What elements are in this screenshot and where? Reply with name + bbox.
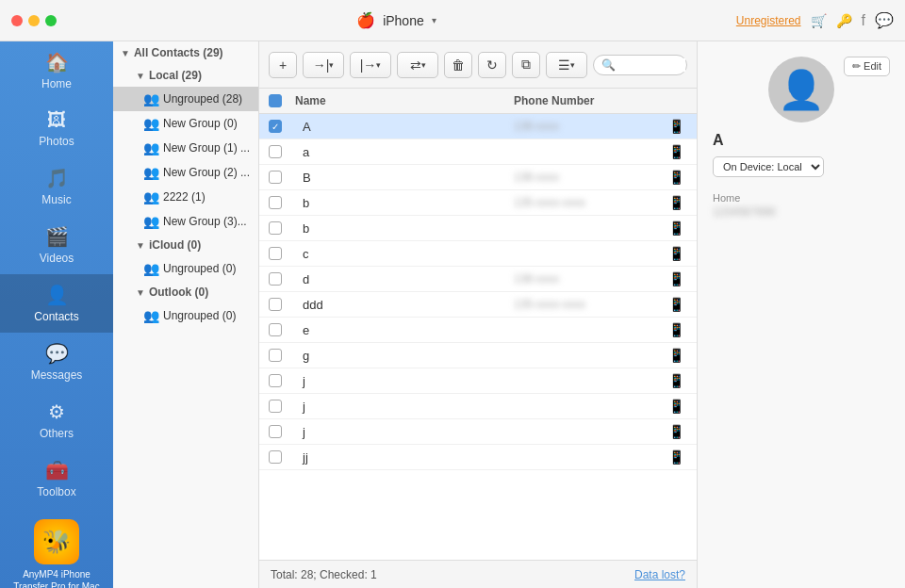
group-icon-1: 👥 — [143, 140, 159, 155]
row-checkbox[interactable] — [269, 196, 295, 209]
tree-icloud[interactable]: ▼ iCloud (0) — [113, 234, 258, 256]
table-row[interactable]: d138-xxxx📱 — [259, 267, 697, 292]
checkbox[interactable] — [269, 425, 282, 438]
copy-icon: ⧉ — [521, 57, 531, 73]
checkbox[interactable] — [269, 272, 282, 286]
device-select[interactable]: On Device: Local — [713, 156, 824, 177]
checkbox[interactable] — [269, 171, 282, 184]
tree-group-2222[interactable]: 👥 2222 (1) — [113, 185, 258, 209]
row-name: jj — [295, 450, 514, 465]
tree-new-group-3[interactable]: 👥 New Group (3)... — [113, 209, 258, 234]
minimize-button[interactable] — [28, 15, 40, 26]
tree-new-group[interactable]: 👥 New Group (0) — [113, 111, 258, 136]
tree-all-contacts[interactable]: ▼ All Contacts (29) — [113, 41, 258, 64]
export-button[interactable]: |→ ▾ — [350, 52, 391, 78]
row-checkbox[interactable] — [269, 171, 295, 184]
cart-icon[interactable]: 🛒 — [811, 13, 827, 28]
tree-new-group-1[interactable]: 👥 New Group (1) ... — [113, 136, 258, 160]
chat-icon[interactable]: 💬 — [875, 11, 894, 29]
checkbox[interactable] — [269, 298, 282, 311]
home-icon: 🏠 — [45, 51, 69, 74]
tree-new-group-2[interactable]: 👥 New Group (2) ... — [113, 160, 258, 185]
add-button[interactable]: + — [269, 52, 297, 78]
table-row[interactable]: g📱 — [259, 343, 697, 368]
table-row[interactable]: j📱 — [259, 419, 697, 445]
transfer-button[interactable]: ⇄ ▾ — [397, 52, 438, 78]
data-lost-link[interactable]: Data lost? — [634, 568, 685, 581]
checkbox[interactable] — [269, 450, 282, 464]
row-checkbox[interactable] — [269, 247, 295, 260]
checkbox[interactable] — [269, 196, 282, 209]
tree-new-group-1-label: New Group (1) ... — [163, 141, 250, 155]
checkbox[interactable] — [269, 323, 282, 336]
table-row[interactable]: b135-xxxx-xxxx📱 — [259, 190, 697, 216]
checkbox[interactable] — [269, 374, 282, 387]
table-row[interactable]: b📱 — [259, 216, 697, 241]
unregistered-link[interactable]: Unregistered — [736, 14, 801, 27]
sidebar-item-photos[interactable]: 🖼 Photos — [0, 100, 113, 157]
sidebar-item-home[interactable]: 🏠 Home — [0, 41, 113, 100]
sidebar: 🏠 Home 🖼 Photos 🎵 Music 🎬 Videos 👤 Conta… — [0, 41, 113, 588]
row-checkbox[interactable] — [269, 323, 295, 336]
row-checkbox[interactable] — [269, 349, 295, 362]
row-checkbox[interactable] — [269, 221, 295, 235]
refresh-button[interactable]: ↻ — [478, 52, 506, 78]
apple-icon: 🍎 — [356, 11, 375, 29]
table-row[interactable]: jj📱 — [259, 445, 697, 470]
header-checkbox[interactable] — [269, 94, 295, 107]
row-checkbox[interactable] — [269, 298, 295, 311]
sidebar-item-music[interactable]: 🎵 Music — [0, 157, 113, 216]
table-row[interactable]: B138-xxxx📱 — [259, 165, 697, 190]
table-row[interactable]: c📱 — [259, 241, 697, 267]
table-row[interactable]: j📱 — [259, 368, 697, 394]
sidebar-item-messages[interactable]: 💬 Messages — [0, 333, 113, 391]
copy-button[interactable]: ⧉ — [512, 52, 540, 78]
sidebar-item-contacts[interactable]: 👤 Contacts — [0, 274, 113, 333]
sidebar-item-toolbox[interactable]: 🧰 Toolbox — [0, 449, 113, 508]
device-icon: 📱 — [665, 170, 687, 185]
table-row[interactable]: ✓A138-xxxx📱 — [259, 114, 697, 139]
facebook-icon[interactable]: f — [862, 12, 865, 29]
header-name: Name — [295, 94, 514, 107]
select-all-checkbox[interactable] — [269, 94, 282, 107]
key-icon[interactable]: 🔑 — [836, 13, 852, 28]
traffic-lights — [11, 15, 57, 26]
tree-local[interactable]: ▼ Local (29) — [113, 64, 258, 87]
delete-button[interactable]: 🗑 — [444, 52, 472, 78]
checkbox[interactable] — [269, 349, 282, 362]
title-dropdown-arrow[interactable]: ▾ — [432, 15, 436, 25]
search-input[interactable] — [619, 58, 685, 72]
checkbox[interactable] — [269, 247, 282, 260]
row-checkbox[interactable] — [269, 374, 295, 387]
close-button[interactable] — [11, 15, 23, 26]
export-icon: |→ — [360, 57, 377, 73]
import-button[interactable]: →| ▾ — [303, 52, 344, 78]
table-row[interactable]: e📱 — [259, 318, 697, 343]
row-checkbox[interactable] — [269, 145, 295, 158]
row-checkbox[interactable] — [269, 272, 295, 286]
table-row[interactable]: a📱 — [259, 139, 697, 165]
checkbox[interactable] — [269, 400, 282, 413]
maximize-button[interactable] — [45, 15, 57, 26]
checkbox[interactable] — [269, 221, 282, 235]
table-row[interactable]: j📱 — [259, 394, 697, 419]
detail-home-label: Home — [713, 192, 890, 204]
row-checkbox[interactable] — [269, 425, 295, 438]
device-icon: 📱 — [665, 144, 687, 159]
table-row[interactable]: ddd135-xxxx-xxxx📱 — [259, 292, 697, 318]
status-total: Total: 28; Checked: 1 — [271, 568, 377, 581]
tree-outlook-ungrouped[interactable]: 👥 Ungrouped (0) — [113, 303, 258, 328]
tree-outlook[interactable]: ▼ Outlook (0) — [113, 281, 258, 303]
row-checkbox[interactable] — [269, 400, 295, 413]
edit-button[interactable]: ✏ Edit — [844, 57, 890, 76]
row-checkbox[interactable]: ✓ — [269, 120, 295, 133]
more-button[interactable]: ☰ ▾ — [546, 52, 587, 78]
device-icon: 📱 — [665, 373, 687, 388]
row-checkbox[interactable] — [269, 450, 295, 464]
tree-icloud-ungrouped[interactable]: 👥 Ungrouped (0) — [113, 256, 258, 281]
tree-ungrouped[interactable]: 👥 Ungrouped (28) — [113, 87, 258, 111]
checkbox[interactable] — [269, 145, 282, 158]
sidebar-item-others[interactable]: ⚙ Others — [0, 391, 113, 449]
checkbox[interactable]: ✓ — [269, 120, 282, 133]
sidebar-item-videos[interactable]: 🎬 Videos — [0, 216, 113, 274]
